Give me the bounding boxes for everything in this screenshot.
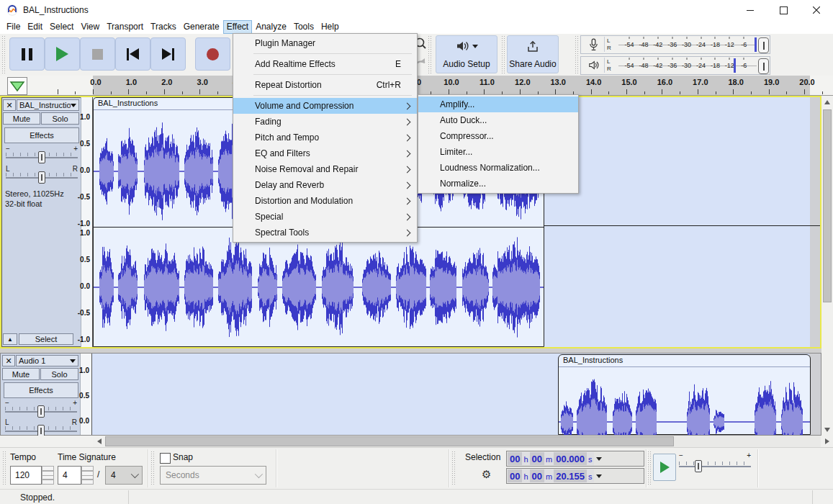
skip-to-start-button[interactable]	[115, 37, 150, 71]
track-2-waveform[interactable]	[559, 367, 810, 435]
submenu-item-loudness-normalization[interactable]: Loudness Normalization...	[418, 160, 578, 176]
recording-level-slider[interactable]	[758, 37, 769, 53]
selection-digits[interactable]: 00	[530, 452, 544, 465]
selection-digits[interactable]: 00.000	[554, 452, 587, 465]
menu-tracks[interactable]: Tracks	[147, 20, 180, 34]
submenu-item-amplify[interactable]: Amplify...	[418, 96, 578, 112]
submenu-item-compressor[interactable]: Compressor...	[418, 128, 578, 144]
track-2-waveform-area[interactable]: BAL_Instructions	[92, 354, 821, 435]
selection-format-caret-icon[interactable]	[594, 469, 603, 482]
time-signature-spinner[interactable]	[81, 466, 94, 485]
gain-slider-handle[interactable]	[37, 405, 45, 418]
vertical-scroll-thumb[interactable]	[823, 109, 832, 302]
record-button[interactable]	[195, 37, 230, 71]
menu-item-distortion-and-modulation[interactable]: Distortion and Modulation	[233, 193, 417, 209]
track-2-close-button[interactable]: ✕	[2, 355, 15, 366]
timeline-options-button[interactable]	[7, 77, 27, 95]
playback-level-slider[interactable]	[758, 58, 769, 74]
submenu-item-normalize[interactable]: Normalize...	[418, 176, 578, 192]
vertical-scrollbar[interactable]	[821, 96, 833, 436]
menu-item-eq-and-filters[interactable]: EQ and Filters	[233, 145, 417, 161]
selection-start-field[interactable]: 00h00m00.000s	[506, 451, 644, 467]
time-toolbar-grip[interactable]	[2, 451, 7, 486]
menu-transport[interactable]: Transport	[103, 20, 147, 34]
menu-item-repeat-distortion[interactable]: Repeat DistortionCtrl+R	[233, 77, 417, 93]
menu-select[interactable]: Select	[46, 20, 77, 34]
close-button[interactable]	[800, 0, 833, 20]
track-2-clip[interactable]: BAL_Instructions	[558, 354, 811, 435]
recording-meter[interactable]: L R -54-48-42-36-30-24-18-12-6	[580, 35, 770, 54]
stop-button[interactable]	[80, 37, 115, 71]
snap-mode-select[interactable]: Seconds	[160, 466, 266, 485]
gain-slider-handle[interactable]	[38, 151, 45, 163]
track-1-name-button[interactable]: BAL_Instructions	[17, 99, 79, 111]
menu-item-pitch-and-tempo[interactable]: Pitch and Tempo	[233, 130, 417, 145]
menu-analyze[interactable]: Analyze	[252, 20, 290, 34]
snap-toolbar-grip[interactable]	[150, 451, 156, 486]
menu-effect[interactable]: Effect	[223, 20, 252, 34]
selection-digits[interactable]: 00	[508, 469, 522, 482]
track-1-close-button[interactable]: ✕	[3, 99, 16, 111]
scroll-down-button[interactable]	[821, 423, 833, 436]
microphone-button[interactable]	[582, 37, 605, 52]
menu-item-fading[interactable]: Fading	[233, 114, 417, 130]
minimize-button[interactable]	[734, 0, 767, 20]
track-1-effects-button[interactable]: Effects	[4, 127, 79, 143]
track-1-collapse-button[interactable]: ▲	[3, 333, 17, 345]
skip-to-end-button[interactable]	[150, 37, 186, 71]
selection-settings-gear-icon[interactable]: ⚙	[482, 468, 491, 481]
submenu-item-limiter[interactable]: Limiter...	[418, 144, 578, 160]
time-signature-lower-select[interactable]: 4	[105, 466, 143, 485]
track-1-vertical-scale[interactable]: 1.00.50.0-0.5-1.01.00.50.0-0.5-1.0	[81, 97, 93, 347]
horizontal-scroll-thumb[interactable]	[105, 436, 674, 446]
pan-slider-handle[interactable]	[38, 171, 45, 184]
time-signature-upper-input[interactable]: 4	[58, 466, 81, 485]
setup-toolbar-grip[interactable]	[428, 36, 433, 73]
track-2-gain-slider[interactable]: − +	[4, 400, 78, 420]
track-2-name-button[interactable]: Audio 1	[16, 355, 78, 366]
transport-toolbar-grip[interactable]	[1, 36, 6, 73]
menu-item-special[interactable]: Special	[233, 209, 417, 225]
maximize-button[interactable]	[767, 0, 800, 20]
snap-checkbox[interactable]	[160, 453, 171, 464]
horizontal-scrollbar[interactable]	[0, 436, 833, 447]
selection-digits[interactable]: 20.155	[554, 469, 587, 482]
track-2-effects-button[interactable]: Effects	[4, 382, 78, 398]
selection-digits[interactable]: 00	[508, 452, 522, 465]
menu-item-volume-and-compression[interactable]: Volume and Compression	[233, 98, 417, 114]
menu-item-delay-and-reverb[interactable]: Delay and Reverb	[233, 177, 417, 193]
play-speed-handle[interactable]	[695, 460, 702, 472]
track-1-mute-button[interactable]: Mute	[3, 112, 40, 125]
play-speed-toolbar-grip[interactable]	[647, 451, 652, 486]
clip-title[interactable]: BAL_Instructions	[559, 355, 810, 367]
scroll-right-button[interactable]	[821, 436, 833, 447]
menu-item-spectral-tools[interactable]: Spectral Tools	[233, 225, 417, 240]
menu-tools[interactable]: Tools	[290, 20, 318, 34]
menu-edit[interactable]: Edit	[24, 20, 46, 34]
pause-button[interactable]	[9, 37, 45, 71]
menu-item-add-realtime-effects[interactable]: Add Realtime EffectsE	[233, 56, 417, 72]
play-speed-slider[interactable]: − +	[677, 451, 752, 473]
track-1-select-button[interactable]: Select	[19, 333, 73, 345]
track-2-mute-button[interactable]: Mute	[2, 368, 40, 380]
menu-file[interactable]: File	[3, 20, 24, 34]
play-button[interactable]	[45, 37, 80, 71]
selection-toolbar-grip[interactable]	[451, 451, 456, 486]
menu-help[interactable]: Help	[318, 20, 343, 34]
scroll-left-button[interactable]	[93, 436, 105, 447]
scroll-up-button[interactable]	[821, 96, 833, 108]
menu-item-plugin-manager[interactable]: Plugin Manager	[233, 35, 417, 51]
tempo-input[interactable]: 120	[10, 466, 42, 485]
audio-setup-button[interactable]: Audio Setup	[436, 35, 497, 73]
meter-toolbar-grip[interactable]	[575, 36, 580, 73]
selection-format-caret-icon[interactable]	[594, 452, 603, 465]
menu-item-noise-removal-and-repair[interactable]: Noise Removal and Repair	[233, 161, 417, 177]
track-2-vertical-scale[interactable]: 1.00.50.0	[80, 354, 92, 435]
tempo-spinner[interactable]	[42, 466, 54, 485]
menu-generate[interactable]: Generate	[180, 20, 223, 34]
playback-speaker-button[interactable]	[582, 58, 605, 73]
submenu-item-auto-duck[interactable]: Auto Duck...	[418, 112, 578, 128]
selection-end-field[interactable]: 00h00m20.155s	[506, 468, 644, 484]
selection-digits[interactable]: 00	[530, 469, 544, 482]
menu-view[interactable]: View	[77, 20, 103, 34]
